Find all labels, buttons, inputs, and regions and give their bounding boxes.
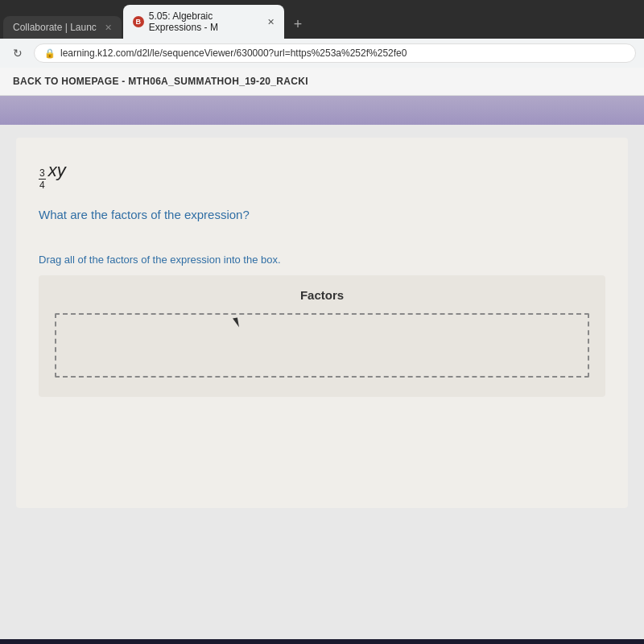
fraction-denominator: 4 [39, 180, 46, 191]
math-variables: xy [48, 160, 66, 181]
tab-algebraic[interactable]: B 5.05: Algebraic Expressions - M ✕ [123, 5, 284, 39]
url-text: learning.k12.com/d2l/le/sequenceViewer/6… [60, 47, 407, 59]
fraction-numerator: 3 [39, 167, 46, 180]
address-bar: ↻ 🔒 learning.k12.com/d2l/le/sequenceView… [0, 39, 644, 68]
tab-collaborate-label: Collaborate | Launc [13, 22, 97, 33]
drag-instruction: Drag all of the factors of the expressio… [39, 254, 605, 266]
new-tab-button[interactable]: + [286, 10, 311, 39]
back-bar[interactable]: BACK TO HOMEPAGE - MTH06A_SUMMATHOH_19-2… [0, 68, 644, 96]
factors-title: Factors [55, 288, 589, 302]
page-content: BACK TO HOMEPAGE - MTH06A_SUMMATHOH_19-2… [0, 68, 644, 639]
tab-collaborate-close[interactable]: ✕ [105, 23, 112, 33]
url-bar[interactable]: 🔒 learning.k12.com/d2l/le/sequenceViewer… [34, 43, 636, 63]
tab-collaborate[interactable]: Collaborate | Launc ✕ [3, 16, 122, 39]
browser-chrome: Collaborate | Launc ✕ B 5.05: Algebraic … [0, 0, 644, 68]
separator [0, 96, 644, 125]
tab-algebraic-label: 5.05: Algebraic Expressions - M [149, 10, 259, 33]
tab-algebraic-icon: B [133, 16, 144, 27]
question-text: What are the factors of the expression? [39, 208, 605, 221]
fraction: 3 4 [39, 167, 46, 192]
tab-algebraic-close[interactable]: ✕ [267, 17, 275, 27]
back-link-text: BACK TO HOMEPAGE - MTH06A_SUMMATHOH_19-2… [13, 76, 308, 87]
drop-box[interactable] [55, 313, 589, 378]
content-card: 3 4 xy What are the factors of the expre… [16, 138, 628, 508]
factors-section: Factors [39, 275, 605, 397]
tab-bar: Collaborate | Launc ✕ B 5.05: Algebraic … [0, 0, 644, 39]
cursor-icon [233, 317, 239, 328]
refresh-button[interactable]: ↻ [8, 43, 27, 63]
lock-icon: 🔒 [44, 48, 56, 59]
math-expression: 3 4 xy [39, 160, 605, 192]
